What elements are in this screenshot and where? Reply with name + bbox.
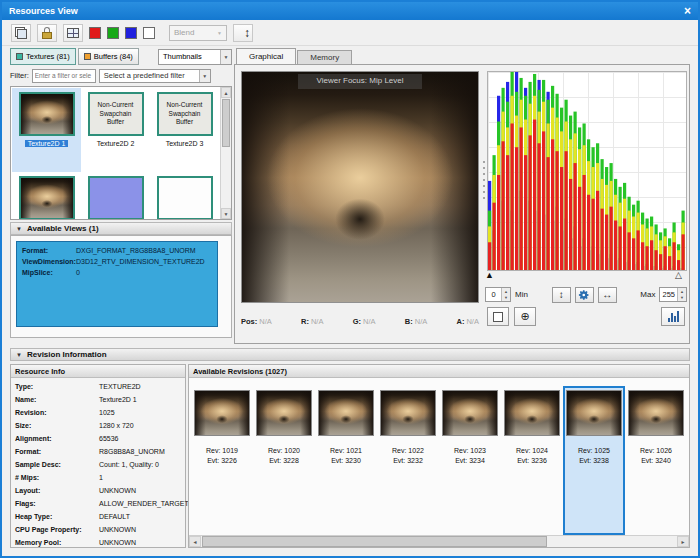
- min-range-handle-icon[interactable]: ▲: [485, 270, 494, 280]
- min-value: 0: [486, 288, 501, 301]
- revision-thumbnail: [380, 390, 436, 436]
- histogram-canvas: [488, 72, 686, 270]
- titlebar[interactable]: Resources View ×: [2, 2, 698, 20]
- max-range-handle-icon[interactable]: △: [675, 270, 682, 280]
- toolbar: Blend ▼ ↕: [2, 20, 698, 46]
- texture-thumbnail[interactable]: [81, 172, 150, 220]
- collapse-icon: ▼: [16, 352, 22, 358]
- scrollbar-thumb[interactable]: [202, 536, 547, 547]
- lock-view-button[interactable]: [37, 24, 57, 42]
- resource-info-header: Resource Info: [11, 365, 185, 378]
- revision-item[interactable]: Rev: 1024Evt: 3236: [501, 386, 563, 535]
- texture-thumbnail-label: Texture2D 3: [163, 140, 207, 147]
- pixel-readout: Pos:N/A R:N/A G:N/A B:N/A A:N/A: [241, 317, 479, 326]
- viewer-panel: Graphical Memory Viewer Focus: Mip Level…: [234, 48, 690, 344]
- view-mode-dropdown[interactable]: Thumbnails ▼: [158, 49, 232, 65]
- resource-info-row: # Mips:1: [11, 471, 185, 484]
- collapse-icon: ▼: [16, 226, 22, 232]
- revision-item[interactable]: Rev: 1022Evt: 3232: [377, 386, 439, 535]
- view-item[interactable]: Format:DXGI_FORMAT_R8G8B8A8_UNORM ViewDi…: [16, 241, 218, 327]
- fit-horizontal-button[interactable]: ↔: [598, 287, 617, 303]
- chevron-down-icon: ▼: [199, 70, 210, 82]
- pos-label: Pos:: [241, 317, 257, 326]
- window-title: Resources View: [9, 6, 78, 16]
- textures-tab[interactable]: Textures (81): [10, 48, 76, 65]
- gear-icon: [578, 289, 590, 301]
- min-spinner[interactable]: 0 ▲▼: [485, 287, 511, 302]
- crosshair-icon: ⊕: [520, 310, 529, 323]
- view-mode-value: Thumbnails: [163, 52, 202, 61]
- grid-view-button[interactable]: [63, 24, 83, 42]
- texture-thumbnail[interactable]: Non-Current Swapchain Buffer Texture2D 2: [81, 88, 150, 172]
- revision-item[interactable]: Rev: 1026Evt: 3240: [625, 386, 687, 535]
- viewer-focus-overlay: Viewer Focus: Mip Level: [298, 74, 422, 89]
- view-info-label: Format:: [22, 246, 76, 257]
- revision-item-selected[interactable]: Rev: 1025Evt: 3238: [563, 386, 625, 535]
- fit-vertical-button[interactable]: ↕: [552, 287, 571, 303]
- bar-chart-icon: [668, 318, 670, 322]
- texture-thumbnail[interactable]: Non-Current Swapchain Buffer Texture2D 3: [150, 88, 219, 172]
- blue-channel-toggle[interactable]: [125, 27, 137, 39]
- background-color-button[interactable]: [487, 307, 509, 326]
- b-value: N/A: [415, 317, 428, 326]
- a-label: A:: [457, 317, 465, 326]
- histogram-toggle-button[interactable]: [661, 307, 685, 326]
- resource-info-row: Sample Desc:Count: 1, Quality: 0: [11, 458, 185, 471]
- histogram-panel: [487, 71, 687, 271]
- spin-down-icon[interactable]: ▼: [502, 295, 510, 302]
- blend-dropdown[interactable]: Blend ▼: [169, 25, 227, 41]
- revision-thumbnail: [628, 390, 684, 436]
- image-viewer[interactable]: Viewer Focus: Mip Level: [241, 71, 479, 303]
- texture-image[interactable]: [242, 72, 478, 302]
- resource-list-panel: Textures (81) Buffers (84) Thumbnails ▼ …: [10, 48, 232, 344]
- vertical-scrollbar[interactable]: ▲ ▼: [220, 87, 231, 219]
- min-label: Min: [515, 290, 528, 299]
- white-square-icon: [493, 312, 503, 322]
- revision-item[interactable]: Rev: 1023Evt: 3234: [439, 386, 501, 535]
- revision-information-header[interactable]: ▼ Revision Information: [10, 348, 690, 361]
- buffers-color-icon: [84, 53, 91, 60]
- spin-down-icon[interactable]: ▼: [678, 295, 686, 302]
- crosshair-button[interactable]: ⊕: [514, 307, 536, 326]
- scroll-right-icon[interactable]: ►: [677, 536, 689, 547]
- g-label: G:: [353, 317, 361, 326]
- a-value: N/A: [466, 317, 479, 326]
- predefined-filter-dropdown[interactable]: Select a predefined filter ▼: [99, 69, 211, 83]
- r-label: R:: [301, 317, 309, 326]
- alpha-channel-toggle[interactable]: [143, 27, 155, 39]
- clone-view-button[interactable]: [11, 24, 31, 42]
- revision-item[interactable]: Rev: 1021Evt: 3230: [315, 386, 377, 535]
- texture-thumbnail[interactable]: Texture2D 1: [12, 88, 81, 172]
- settings-button[interactable]: [575, 287, 594, 303]
- red-channel-toggle[interactable]: [89, 27, 101, 39]
- pos-value: N/A: [259, 317, 272, 326]
- filter-input[interactable]: [32, 69, 96, 83]
- revision-item[interactable]: Rev: 1020Evt: 3228: [253, 386, 315, 535]
- texture-thumbnail-label: Texture2D 1: [25, 140, 69, 147]
- tab-graphical[interactable]: Graphical: [236, 48, 296, 64]
- scroll-left-icon[interactable]: ◄: [189, 536, 201, 547]
- buffers-tab[interactable]: Buffers (84): [78, 48, 139, 65]
- available-views-header[interactable]: ▼ Available Views (1): [10, 222, 232, 235]
- buffers-tab-label: Buffers (84): [94, 52, 133, 61]
- resource-info-row: Alignment:65536: [11, 432, 185, 445]
- tab-memory[interactable]: Memory: [297, 50, 352, 64]
- scrollbar-thumb[interactable]: [222, 99, 230, 147]
- green-channel-toggle[interactable]: [107, 27, 119, 39]
- texture-thumbnail[interactable]: [12, 172, 81, 220]
- scroll-down-icon[interactable]: ▼: [221, 208, 231, 219]
- flip-vertical-icon: ↕: [559, 289, 564, 300]
- resource-info-row: Layout:UNKNOWN: [11, 484, 185, 497]
- revision-information-title: Revision Information: [27, 350, 107, 359]
- max-spinner[interactable]: 255 ▲▼: [659, 287, 687, 302]
- resource-info-row: Revision:1025: [11, 406, 185, 419]
- flip-vertical-button[interactable]: ↕: [233, 24, 253, 42]
- horizontal-scrollbar[interactable]: ◄ ►: [189, 535, 689, 547]
- texture-thumbnail[interactable]: [150, 172, 219, 220]
- max-value: 255: [660, 288, 677, 301]
- scroll-up-icon[interactable]: ▲: [221, 87, 231, 98]
- texture-preview: Non-Current Swapchain Buffer: [157, 92, 213, 136]
- revision-item[interactable]: Rev: 1019Evt: 3226: [191, 386, 253, 535]
- swapchain-overlay-text: Non-Current Swapchain Buffer: [91, 101, 141, 126]
- close-icon[interactable]: ×: [684, 5, 691, 17]
